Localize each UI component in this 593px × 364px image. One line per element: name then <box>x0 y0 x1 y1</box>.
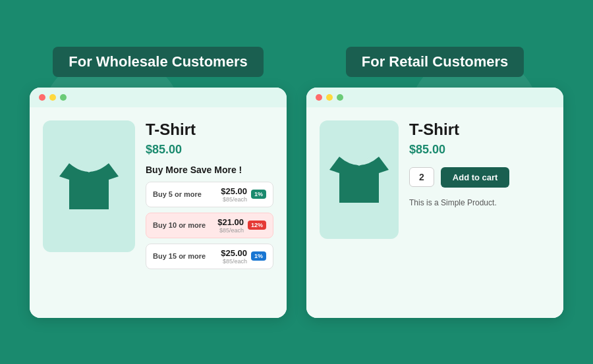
wholesale-product-price: $85.00 <box>146 143 273 157</box>
wholesale-product-info: T-Shirt $85.00 Buy More Save More ! Buy … <box>146 120 273 269</box>
tier-2-price-block: $21.00 $85/each <box>217 217 244 234</box>
tier-2-badge: 12% <box>248 221 266 230</box>
wholesale-section: For Wholesale Customers T-Shirt $85.00 B… <box>30 47 287 318</box>
dot-green-retail <box>337 94 343 101</box>
tier-2-each: $85/each <box>219 227 244 234</box>
tier-3-price: $25.00 <box>221 248 247 258</box>
tier-1-label: Buy 5 or more <box>153 190 202 198</box>
tier-1-badge: 1% <box>251 190 266 199</box>
tier-3-each: $85/each <box>223 258 247 265</box>
tier-row-1: Buy 5 or more $25.00 $85/each 1% <box>146 182 273 207</box>
tier-1-each: $85/each <box>223 196 247 203</box>
tier-row-3: Buy 15 or more $25.00 $85/each 1% <box>146 244 273 269</box>
wholesale-card: T-Shirt $85.00 Buy More Save More ! Buy … <box>30 88 287 318</box>
tier-1-price: $25.00 <box>221 186 247 196</box>
simple-product-text: This is a Simple Product. <box>409 198 550 207</box>
tier-row-2: Buy 10 or more $21.00 $85/each 12% <box>146 213 273 238</box>
retail-section: For Retail Customers T-Shirt $85.00 <box>306 47 563 318</box>
dot-yellow-wholesale <box>49 94 56 101</box>
retail-browser-bar <box>306 88 563 107</box>
wholesale-browser-bar <box>30 88 287 107</box>
retail-card-body: T-Shirt $85.00 2 Add to cart This is a S… <box>306 107 563 318</box>
main-container: For Wholesale Customers T-Shirt $85.00 B… <box>30 47 563 318</box>
wholesale-card-body: T-Shirt $85.00 Buy More Save More ! Buy … <box>30 107 287 318</box>
retail-product-price: $85.00 <box>409 143 550 157</box>
retail-label: For Retail Customers <box>346 47 524 77</box>
retail-product-title: T-Shirt <box>409 120 550 139</box>
retail-card: T-Shirt $85.00 2 Add to cart This is a S… <box>306 88 563 318</box>
tier-rows: Buy 5 or more $25.00 $85/each 1% <box>146 182 273 269</box>
dot-red-wholesale <box>39 94 45 101</box>
tier-2-price: $21.00 <box>217 217 244 227</box>
tier-1-price-block: $25.00 $85/each <box>221 186 247 203</box>
dot-red-retail <box>316 94 322 101</box>
wholesale-product-title: T-Shirt <box>146 120 273 139</box>
tier-3-label: Buy 15 or more <box>153 252 206 260</box>
wholesale-label: For Wholesale Customers <box>53 47 263 77</box>
dot-yellow-retail <box>326 94 333 101</box>
tier-3-badge: 1% <box>251 251 266 261</box>
add-to-cart-button[interactable]: Add to cart <box>441 167 510 188</box>
retail-product-image <box>320 120 399 239</box>
retail-product-info: T-Shirt $85.00 2 Add to cart This is a S… <box>409 120 550 207</box>
buy-more-save-more-label: Buy More Save More ! <box>146 165 273 175</box>
tshirt-icon-wholesale <box>56 157 122 216</box>
tshirt-icon-retail <box>326 150 392 209</box>
tier-2-label: Buy 10 or more <box>153 221 206 229</box>
dot-green-wholesale <box>60 94 67 101</box>
quantity-input[interactable]: 2 <box>409 167 434 187</box>
tier-3-price-block: $25.00 $85/each <box>221 248 247 265</box>
wholesale-product-image <box>43 120 135 252</box>
quantity-add-row: 2 Add to cart <box>409 167 550 188</box>
